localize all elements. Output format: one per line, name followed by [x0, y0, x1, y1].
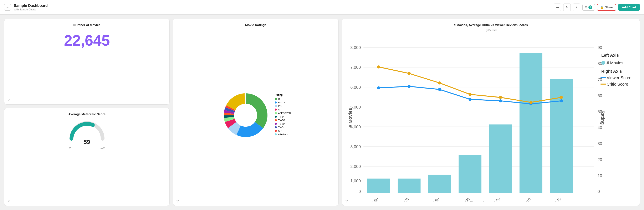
gauge-chart: [68, 120, 106, 141]
legend-right-axis-label: Right Axis: [601, 69, 622, 74]
viewer-dot-1950: [377, 86, 380, 90]
bar-1960: [398, 178, 420, 193]
header-right: ••• ↻ ⤢ ▽ 2 🔒 Share Add Chart: [554, 4, 640, 11]
movies-filter-icon[interactable]: ▽: [8, 98, 10, 101]
svg-text:80: 80: [598, 61, 602, 66]
svg-text:0: 0: [358, 189, 361, 194]
refresh-button[interactable]: ↻: [563, 4, 571, 11]
back-icon: ←: [6, 6, 9, 9]
share-button[interactable]: 🔒 Share: [597, 4, 616, 11]
svg-text:1970 - 1980: 1970 - 1980: [422, 197, 440, 201]
legend-label-tv14: TV-14: [278, 115, 284, 118]
legend-dot-tvma: [275, 123, 277, 125]
svg-text:1980 - 1990: 1980 - 1990: [452, 197, 470, 201]
legend-critic-label: Critic Score: [606, 82, 628, 86]
legend-item-tv14: TV-14: [275, 115, 291, 118]
gauge-container: 59 0 100: [8, 118, 165, 201]
movies-count-title: Number of Movies: [8, 23, 165, 27]
dashboard-subtitle: With Sample Charts: [14, 8, 48, 11]
legend-label-pg: PG: [278, 105, 282, 107]
metacritic-value: 59: [84, 139, 90, 145]
svg-text:8,000: 8,000: [350, 45, 361, 50]
legend-label-g: G: [278, 108, 280, 111]
critic-dot-2010: [560, 96, 563, 99]
back-button[interactable]: ←: [4, 4, 11, 11]
svg-text:90: 90: [598, 45, 602, 50]
svg-text:1950 - 1960: 1950 - 1960: [361, 197, 379, 201]
bar-1950: [367, 178, 390, 193]
legend-item-pg13: PG-13: [275, 101, 291, 104]
header-left: ← Sample Dashboard With Sample Charts: [4, 4, 48, 11]
combo-chart-card: # Movies, Average Critic vs Viewer Revie…: [342, 19, 640, 206]
legend-item-approved: APPROVED: [275, 112, 291, 114]
svg-text:0: 0: [598, 189, 600, 194]
fullscreen-icon: ⤢: [575, 6, 578, 9]
share-label: Share: [605, 6, 613, 9]
viewer-dot-2010: [560, 99, 563, 103]
dashboard: Number of Movies 22,645 ▽ Movie Ratings: [0, 15, 644, 210]
legend-movies-dot: [601, 61, 605, 65]
svg-text:1,000: 1,000: [350, 178, 361, 183]
legend-item-others: All others: [275, 133, 291, 136]
header-titles: Sample Dashboard With Sample Charts: [14, 4, 48, 11]
svg-text:30: 30: [598, 141, 602, 146]
legend-label-tvma: TV-MA: [278, 122, 285, 125]
svg-text:7,000: 7,000: [350, 65, 361, 70]
legend-dot-others: [275, 133, 277, 135]
legend-movies-label: # Movies: [606, 61, 623, 65]
legend-dot-tv14: [275, 116, 277, 118]
ratings-filter-icon[interactable]: ▽: [176, 199, 179, 203]
svg-text:2010 - 2020: 2010 - 2020: [544, 197, 562, 201]
legend-item-tvma: TV-MA: [275, 122, 291, 125]
gauge-max: 100: [100, 146, 105, 149]
metacritic-filter-icon[interactable]: ▽: [8, 199, 10, 203]
movies-count-value: 22,645: [8, 33, 165, 48]
legend-dot-g: [275, 109, 277, 111]
refresh-icon: ↻: [566, 6, 568, 9]
add-chart-button[interactable]: Add Chart: [618, 4, 640, 11]
svg-text:60: 60: [598, 93, 602, 98]
combo-chart-wrapper: 8,000 7,000 6,000 5,000 4,000 3,000 2,00…: [346, 34, 636, 201]
metacritic-title: Average Metacritic Score: [8, 112, 165, 116]
bar-2000: [519, 53, 542, 193]
legend-dot-pg13: [275, 101, 277, 104]
legend-title: Rating: [275, 94, 291, 96]
legend-item-tvg: TV-G: [275, 126, 291, 129]
filter-count-badge: 2: [588, 6, 592, 9]
svg-point-11: [234, 104, 257, 127]
legend-item-gp: GP: [275, 130, 291, 132]
legend-label-pg13: PG-13: [278, 101, 285, 104]
legend-item-pg: PG: [275, 105, 291, 107]
svg-text:# Movies: # Movies: [348, 108, 352, 127]
svg-text:20: 20: [598, 157, 602, 162]
gauge-labels: 0 100: [69, 146, 105, 149]
fullscreen-button[interactable]: ⤢: [573, 4, 580, 11]
svg-text:2000 - 2010: 2000 - 2010: [513, 197, 532, 201]
viewer-dot-1970: [438, 88, 441, 91]
svg-text:2,000: 2,000: [350, 164, 361, 169]
svg-text:1960 - 1970: 1960 - 1970: [391, 197, 410, 201]
legend-dot-r: [275, 98, 277, 100]
combo-filter-icon[interactable]: ▽: [346, 199, 348, 203]
bar-1980: [458, 155, 482, 193]
svg-text:40: 40: [598, 125, 602, 130]
legend-label-tvpg: TV-PG: [278, 119, 285, 121]
svg-text:Decade: Decade: [470, 200, 487, 201]
filter-button[interactable]: ▽ 2: [582, 4, 595, 11]
svg-text:Rating: Rating: [600, 110, 605, 125]
lock-icon: 🔒: [600, 6, 604, 9]
legend-label-r: R: [278, 98, 280, 100]
combo-svg: 8,000 7,000 6,000 5,000 4,000 3,000 2,00…: [346, 34, 636, 201]
movie-ratings-title: Movie Ratings: [177, 23, 334, 27]
viewer-dot-1980: [468, 98, 472, 101]
legend-dot-tvpg: [275, 119, 277, 121]
critic-dot-1970: [438, 81, 441, 85]
legend-label-others: All others: [278, 133, 288, 136]
critic-dot-1980: [468, 93, 472, 96]
legend-dot-pg: [275, 105, 277, 107]
more-button[interactable]: •••: [554, 4, 561, 11]
donut-chart: [221, 90, 270, 140]
combo-chart-title: # Movies, Average Critic vs Viewer Revie…: [346, 23, 636, 27]
movies-count-card: Number of Movies 22,645 ▽: [4, 19, 170, 105]
donut-area: Rating R PG-13 PG G: [177, 29, 334, 201]
